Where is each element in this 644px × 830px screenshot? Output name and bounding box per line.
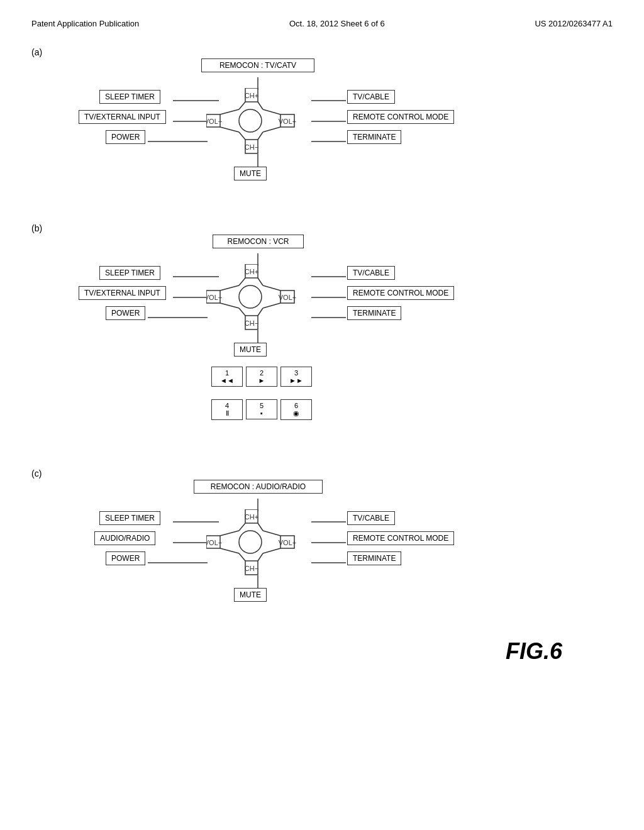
sleep-timer-c: SLEEP TIMER xyxy=(99,511,160,525)
svg-line-69 xyxy=(258,523,263,531)
page-header: Patent Application Publication Oct. 18, … xyxy=(31,19,613,28)
svg-point-41 xyxy=(239,285,262,308)
svg-line-23 xyxy=(258,132,263,140)
dpad-b: CH+ VOL− VOL+ CH− xyxy=(206,264,310,336)
btn-1: 1 ◄◄ xyxy=(211,367,243,387)
svg-line-24 xyxy=(263,127,280,132)
dpad-c: CH+ VOL− VOL+ CH− xyxy=(206,509,310,582)
svg-line-73 xyxy=(258,553,263,561)
section-b-label: (b) xyxy=(31,223,42,233)
mute-b: MUTE xyxy=(234,343,267,357)
svg-line-19 xyxy=(258,102,263,109)
svg-line-68 xyxy=(239,523,245,531)
svg-text:CH+: CH+ xyxy=(245,513,258,521)
svg-line-46 xyxy=(220,303,239,308)
svg-line-22 xyxy=(239,132,245,140)
tv-ext-input-b: TV/EXTERNAL INPUT xyxy=(79,286,166,300)
power-a: POWER xyxy=(106,130,145,144)
btn-3: 3 ►► xyxy=(280,367,312,387)
svg-line-42 xyxy=(220,285,239,290)
dpad-a: CH+ VOL− VOL+ CH− xyxy=(206,88,310,160)
svg-text:CH−: CH− xyxy=(245,565,258,572)
svg-text:VOL+: VOL+ xyxy=(279,294,296,301)
section-b: (b) REMOCON : VCR CH+ VOL− VOL+ xyxy=(31,223,613,437)
tv-cable-c: TV/CABLE xyxy=(347,511,395,525)
svg-line-18 xyxy=(239,102,245,109)
fig-label: FIG.6 xyxy=(31,638,613,665)
btn-6: 6 ◉ xyxy=(280,399,312,420)
svg-line-43 xyxy=(239,278,245,285)
section-c-label: (c) xyxy=(31,468,42,479)
btn-5: 5 ▪ xyxy=(246,399,277,419)
section-a-label: (a) xyxy=(31,47,42,57)
svg-line-20 xyxy=(263,109,280,114)
header-right: US 2012/0263477 A1 xyxy=(535,19,613,28)
svg-line-48 xyxy=(258,308,263,316)
svg-text:CH−: CH− xyxy=(245,143,258,151)
btn-4: 4 Ⅱ xyxy=(211,399,243,420)
svg-text:CH+: CH+ xyxy=(245,92,258,99)
remocon-b-box: REMOCON : VCR xyxy=(213,235,304,248)
svg-line-17 xyxy=(220,109,239,114)
svg-text:VOL−: VOL− xyxy=(206,294,222,301)
svg-line-70 xyxy=(263,531,280,536)
svg-text:CH+: CH+ xyxy=(245,268,258,275)
svg-text:VOL+: VOL+ xyxy=(279,118,296,125)
remocon-c-box: REMOCON : AUDIO/RADIO xyxy=(194,480,323,494)
power-b: POWER xyxy=(106,306,145,320)
svg-line-47 xyxy=(239,308,245,316)
svg-line-21 xyxy=(220,127,239,132)
svg-line-72 xyxy=(239,553,245,561)
rcm-c: REMOTE CONTROL MODE xyxy=(347,531,454,545)
mute-c: MUTE xyxy=(234,588,267,602)
header-left: Patent Application Publication xyxy=(31,19,139,28)
svg-line-74 xyxy=(263,548,280,553)
terminate-b: TERMINATE xyxy=(347,306,401,320)
btn-2: 2 ► xyxy=(246,367,277,387)
mute-a: MUTE xyxy=(234,167,267,180)
svg-point-16 xyxy=(239,109,262,132)
sleep-timer-b: SLEEP TIMER xyxy=(99,266,160,280)
svg-point-66 xyxy=(239,531,262,553)
svg-line-45 xyxy=(263,285,280,290)
svg-line-49 xyxy=(263,303,280,308)
terminate-a: TERMINATE xyxy=(347,130,401,144)
svg-text:VOL−: VOL− xyxy=(206,118,222,125)
audio-radio-c: AUDIO/RADIO xyxy=(94,531,155,545)
rcm-b: REMOTE CONTROL MODE xyxy=(347,286,454,300)
svg-text:VOL−: VOL− xyxy=(206,539,222,546)
svg-line-67 xyxy=(220,531,239,536)
tv-ext-input-a: TV/EXTERNAL INPUT xyxy=(79,110,166,124)
section-a: (a) REM xyxy=(31,47,613,192)
svg-text:VOL+: VOL+ xyxy=(279,539,296,546)
remocon-a-box: REMOCON : TV/CATV xyxy=(201,58,314,72)
power-c: POWER xyxy=(106,551,145,565)
section-c: (c) REMOCON : AUDIO/RADIO CH+ VOL− VOL+ xyxy=(31,468,613,626)
svg-text:CH−: CH− xyxy=(245,319,258,327)
terminate-c: TERMINATE xyxy=(347,551,401,565)
svg-line-71 xyxy=(220,548,239,553)
sleep-timer-a: SLEEP TIMER xyxy=(99,90,160,104)
tv-cable-a: TV/CABLE xyxy=(347,90,395,104)
tv-cable-b: TV/CABLE xyxy=(347,266,395,280)
rcm-a: REMOTE CONTROL MODE xyxy=(347,110,454,124)
page: Patent Application Publication Oct. 18, … xyxy=(0,0,644,830)
header-center: Oct. 18, 2012 Sheet 6 of 6 xyxy=(289,19,385,28)
svg-line-44 xyxy=(258,278,263,285)
